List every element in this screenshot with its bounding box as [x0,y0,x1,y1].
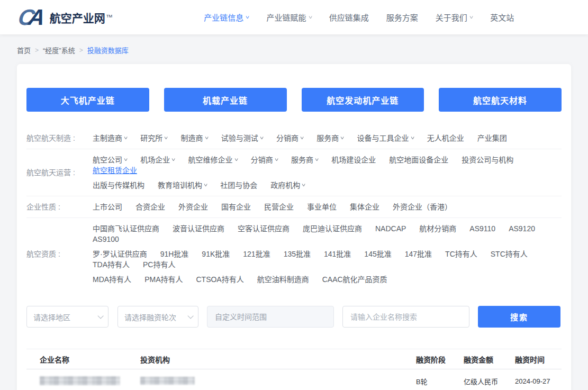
breadcrumb-jingdu-system[interactable]: “经度”系统 [43,45,75,55]
date-range-input[interactable] [207,306,334,328]
breadcrumb: 首页 > “经度”系统 > 投融资数据库 [0,34,588,55]
nav-item[interactable]: 关于我们 ˅ [436,12,473,23]
filter-item[interactable]: 航空租赁企业 [93,165,137,176]
filter-item[interactable]: 91H批准 [160,249,189,259]
funding-date-value: 2024-09-27 [503,377,562,385]
filter-item-label: 事业单位 [307,202,337,212]
filter-item[interactable]: 罗·罗认证供应商 [93,249,147,259]
filter-item-label: CTSOA持有人 [196,274,243,285]
filter-item-label: AS9100 [93,234,119,244]
filter-item[interactable]: 社团与协会 [220,180,257,191]
logo-ca-icon: CA [16,6,48,29]
filter-item[interactable]: STC持有人 [491,249,528,259]
redacted-investor [140,377,195,385]
filter-item[interactable]: 147批准 [405,249,432,259]
table-row[interactable]: B轮 亿级人民币 2024-09-27 [26,369,562,390]
filter-item[interactable]: CAAC航化产品资质 [322,274,387,285]
filter-item[interactable]: 航空油料制造商 [257,274,309,285]
filter-item[interactable]: 合资企业 [135,202,165,212]
filter-item[interactable]: 制造商 ˅ [181,133,208,143]
filter-item-label: 121批准 [243,249,270,259]
filter-item[interactable]: MDA持有人 [93,274,131,285]
filter-item[interactable]: PMA持有人 [144,274,183,285]
filter-row-nature: 企业性质 : 上市公司 合资企业 外资企业 [26,196,562,218]
filter-item[interactable]: 145批准 [364,249,391,259]
nav-item[interactable]: 服务方案 [386,12,418,23]
filter-item[interactable]: 分销商 ˅ [251,155,278,165]
filter-line: 出版与传媒机构 教育培训机构 ˅ 社团与协会 [93,178,562,193]
filter-item[interactable]: 设备与工具企业 ˅ [357,133,414,143]
filter-item[interactable]: 机场企业 ˅ [140,155,175,165]
chevron-down-icon: ˅ [164,133,168,143]
filter-item[interactable]: 空客认证供应商 [238,223,290,234]
filter-item[interactable]: 135批准 [284,249,311,259]
filter-item[interactable]: 航空维修企业 ˅ [188,155,238,165]
region-select-placeholder: 请选择地区 [33,312,70,322]
filter-item-label: 145批准 [364,249,391,259]
filter-item[interactable]: 集体企业 [350,202,379,212]
region-select[interactable]: 请选择地区 [26,306,108,328]
nav-item-label: 关于我们 [436,12,467,23]
nav-item[interactable]: 产业链信息 ˅ [204,12,249,23]
chain-button[interactable]: 航空航天材料 [439,88,562,112]
site-logo[interactable]: CA 航空产业网TM [19,6,111,29]
nav-item[interactable]: 供应链集成 [329,12,369,23]
chain-button[interactable]: 机载产业链 [164,88,287,112]
filter-item[interactable]: 产业集团 [477,133,507,143]
filter-item[interactable]: 事业单位 [307,202,337,212]
filter-item[interactable]: TC持有人 [445,249,477,259]
chain-button[interactable]: 大飞机产业链 [26,88,149,112]
filter-item[interactable]: 141批准 [324,249,351,259]
filter-item[interactable]: 主制造商 ˅ [93,133,127,143]
filter-item[interactable]: 服务商 ˅ [291,155,318,165]
filter-item[interactable]: TDA持有人 [93,259,130,270]
col-funding-stage: 融资阶段 [405,354,453,365]
filter-item[interactable]: 投资公司与机构 [462,155,513,165]
filter-item[interactable]: 民营企业 [264,202,294,212]
filter-item[interactable]: 中国商飞认证供应商 [93,223,159,234]
filter-item[interactable]: AS9100 [93,234,119,244]
funding-round-select[interactable]: 请选择融资轮次 [117,306,198,328]
chain-button[interactable]: 航空发动机产业链 [302,88,424,112]
col-investor: 投资机构 [127,354,405,365]
filter-item[interactable]: 出版与传媒机构 [93,180,144,191]
company-search-input[interactable] [342,306,469,328]
filter-item[interactable]: 政府机构 ˅ [270,180,305,191]
filter-item[interactable]: 服务商 ˅ [316,133,343,143]
filter-item[interactable]: 航材分销商 [419,223,456,234]
filter-item[interactable]: 研究所 ˅ [140,133,167,143]
filter-item[interactable]: AS9110 [469,223,495,234]
filter-item[interactable]: 国有企业 [221,202,251,212]
filter-item-label: TDA持有人 [93,259,130,270]
filter-item[interactable]: 上市公司 [93,202,122,212]
nav-item[interactable]: 产业链赋能 ˅ [267,12,312,23]
search-button[interactable]: 搜索 [478,306,560,328]
filter-item[interactable]: AS9120 [509,223,535,234]
nav-item[interactable]: 英文站 [490,12,514,23]
filter-item[interactable]: 外资企业 [178,202,208,212]
filter-item-label: 庞巴迪认证供应商 [303,223,362,234]
filter-item[interactable]: 91K批准 [202,249,230,259]
filter-item[interactable]: 庞巴迪认证供应商 [303,223,362,234]
filter-item[interactable]: 121批准 [243,249,270,259]
filter-item[interactable]: PC持有人 [143,259,175,270]
breadcrumb-home[interactable]: 首页 [17,45,31,55]
filter-item[interactable]: 航空公司 ˅ [93,155,127,165]
filter-item[interactable]: 机场建设企业 [331,155,376,165]
filter-item[interactable]: 航空地面设备企业 [389,155,448,165]
filter-item-label: 中国商飞认证供应商 [93,223,159,234]
filter-item[interactable]: 试验与测试 ˅ [221,133,263,143]
filter-item-label: CAAC航化产品资质 [322,274,387,285]
chevron-down-icon: ˅ [315,155,319,165]
filter-item[interactable]: CTSOA持有人 [196,274,243,285]
chevron-down-icon: ˅ [411,133,414,143]
filter-item-label: 民营企业 [264,202,294,212]
filter-item[interactable]: 教育培训机构 ˅ [158,180,207,191]
filter-item-label: 航空公司 [93,155,122,165]
filter-item[interactable]: 波音认证供应商 [173,223,224,234]
filter-item[interactable]: NADCAP [375,223,406,234]
filter-item[interactable]: 无人机企业 [427,133,464,143]
filter-item[interactable]: 分销商 ˅ [276,133,303,143]
filter-item[interactable]: 外资企业（香港） [393,202,452,212]
chevron-down-icon: ˅ [340,133,344,143]
